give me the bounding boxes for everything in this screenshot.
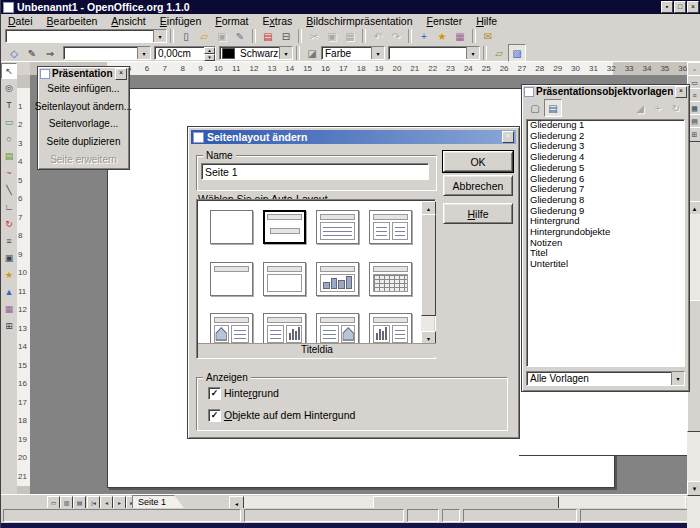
dropdown-arrow-icon[interactable]: ▾ [137, 47, 150, 59]
close-icon[interactable]: × [675, 86, 687, 98]
background-objects-checkbox[interactable]: ✓ [208, 409, 221, 422]
text-tool[interactable]: T [1, 97, 17, 113]
menu-bearbeiten[interactable]: Bearbeiten [40, 15, 105, 27]
close-icon[interactable]: × [502, 131, 514, 143]
edit-points-icon[interactable]: ◇ [5, 44, 23, 62]
ellipse-tool[interactable]: ○ [1, 131, 17, 147]
undo-icon[interactable]: ↶ [369, 27, 387, 45]
open-icon[interactable]: ▱ [195, 27, 213, 45]
dropdown-arrow-icon[interactable]: ▾ [671, 372, 684, 385]
animation-tool[interactable]: ▦ [1, 301, 17, 317]
spin-up-icon[interactable]: ▴ [204, 47, 215, 54]
styles-filter-combobox[interactable]: Alle Vorlagen ▾ [526, 371, 685, 386]
fill-bucket-icon[interactable]: ◪ [303, 44, 321, 62]
graphics-styles-icon[interactable]: ▢ [526, 99, 544, 117]
palette-item[interactable]: Seite einfügen... [40, 80, 127, 98]
menu-einfgen[interactable]: Einfügen [153, 15, 208, 27]
spin-down-icon[interactable]: ▾ [204, 54, 215, 61]
vertical-ruler[interactable]: 123456789101112131415161718192021 [17, 75, 31, 494]
fill-style-combobox[interactable]: Farbe ▾ [321, 46, 385, 60]
cancel-button[interactable]: Abbrechen [443, 175, 513, 196]
style-entry[interactable]: Notizen [527, 238, 684, 249]
line-width-spinner[interactable]: 0,00cm ▴▾ [154, 46, 216, 60]
paste-icon[interactable]: ▦ [341, 27, 359, 45]
print-icon[interactable]: ⊟ [277, 27, 295, 45]
arrange-tool[interactable]: ▣ [1, 250, 17, 266]
layout-option-title-text-chart[interactable] [263, 313, 306, 346]
export-pdf-icon[interactable]: ▤ [259, 27, 277, 45]
layout-option-title-frame[interactable] [263, 262, 306, 296]
palette-item[interactable]: Seitenlayout ändern... [40, 98, 127, 116]
select-tool[interactable]: ↖ [1, 63, 17, 79]
copy-icon[interactable]: ▣ [323, 27, 341, 45]
scroll-down-icon[interactable]: ▾ [687, 481, 700, 496]
new-style-icon[interactable]: + [649, 99, 667, 117]
spinner-arrows[interactable]: ▴▾ [204, 47, 215, 59]
3d-object-tool[interactable]: ▤ [1, 148, 17, 164]
minimize-button[interactable]: ▪ [661, 1, 673, 13]
close-icon[interactable]: × [115, 68, 127, 80]
menu-format[interactable]: Format [208, 15, 255, 27]
page-tab[interactable]: Seite 1 [132, 495, 184, 508]
alignment-tool[interactable]: ≡ [1, 233, 17, 249]
cut-icon[interactable]: ✂ [305, 27, 323, 45]
palette-item[interactable]: Seite duplizieren [40, 133, 127, 151]
close-button[interactable]: × [687, 1, 699, 13]
dropdown-arrow-icon[interactable]: ▾ [153, 30, 166, 42]
layout-option-title-chart-text[interactable] [369, 313, 412, 346]
rotate-tool[interactable]: ↻ [1, 216, 17, 232]
line-arrow-tool[interactable]: ╲ [1, 182, 17, 198]
interaction-tool[interactable]: ▲ [1, 284, 17, 300]
dropdown-arrow-icon[interactable]: ▾ [466, 47, 479, 59]
menu-fenster[interactable]: Fenster [420, 15, 470, 27]
new-document-icon[interactable]: ▯ [177, 27, 195, 45]
fill-color-combobox[interactable]: ▾ [388, 46, 480, 60]
scrollbar-thumb[interactable] [421, 214, 436, 316]
shadow-icon[interactable]: ▱ [490, 44, 508, 62]
zoom-tool[interactable]: ◎ [1, 80, 17, 96]
line-color-combobox[interactable]: Schwarz ▾ [219, 46, 293, 60]
form-functions-tool[interactable]: ⊞ [1, 318, 17, 334]
layout-scrollbar[interactable]: ▴ ▾ [421, 201, 434, 346]
menu-bildschirmprsentation[interactable]: Bildschirmpräsentation [299, 15, 419, 27]
layout-option-title-clipart-text[interactable] [210, 313, 253, 346]
line-style-combobox[interactable]: ▾ [63, 46, 151, 60]
effects-tool[interactable]: ★ [1, 267, 17, 283]
update-style-icon[interactable]: ↻ [667, 99, 685, 117]
layout-option-title-table[interactable] [369, 262, 412, 296]
menu-datei[interactable]: Datei [1, 15, 40, 27]
redo-icon[interactable]: ↷ [387, 27, 405, 45]
help-button[interactable]: Hilfe [443, 203, 513, 224]
palette-item[interactable]: Seitenvorlage... [40, 115, 127, 133]
curve-tool[interactable]: ~ [1, 165, 17, 181]
gallery-icon[interactable]: ▦ [451, 27, 469, 45]
layout-option-title-text-clipart[interactable] [316, 313, 359, 346]
ok-button[interactable]: OK [443, 151, 513, 172]
layout-option-title-chart[interactable] [316, 262, 359, 296]
dialog-title-bar[interactable]: Seitenlayout ändern × [191, 130, 516, 144]
dropdown-arrow-icon[interactable]: ▾ [279, 47, 292, 59]
hyperlink-bar-icon[interactable]: ✉ [479, 27, 497, 45]
palette-title-bar[interactable]: Präsentation × [38, 67, 129, 80]
navigator-icon[interactable]: + [415, 27, 433, 45]
fill-mode-icon[interactable]: ◢ [631, 99, 649, 117]
url-combobox[interactable]: ▾ [5, 29, 167, 43]
stylist-icon[interactable]: ★ [433, 27, 451, 45]
style-entry[interactable]: Gliederung 5 [527, 163, 684, 174]
dropdown-arrow-icon[interactable]: ▾ [371, 47, 384, 59]
menu-extras[interactable]: Extras [256, 15, 300, 27]
rectangle-tool[interactable]: ▭ [1, 114, 17, 130]
rotation-mode-icon[interactable]: ▨ [508, 44, 526, 62]
menu-ansicht[interactable]: Ansicht [104, 15, 152, 27]
pen-icon[interactable]: ✎ [23, 44, 41, 62]
layout-option-title-two-content[interactable] [369, 210, 412, 244]
style-entry[interactable]: Untertitel [527, 259, 684, 270]
save-icon[interactable]: ▣ [213, 27, 231, 45]
layout-option-title-content[interactable] [316, 210, 359, 244]
arrow-style-icon[interactable]: ⇒ [41, 44, 59, 62]
edit-file-icon[interactable]: ✎ [231, 27, 249, 45]
layout-option-blank[interactable] [210, 210, 253, 244]
menu-hilfe[interactable]: Hilfe [469, 15, 504, 27]
layout-option-title-subtitle[interactable] [263, 210, 306, 244]
layout-option-title-only[interactable] [210, 262, 253, 296]
